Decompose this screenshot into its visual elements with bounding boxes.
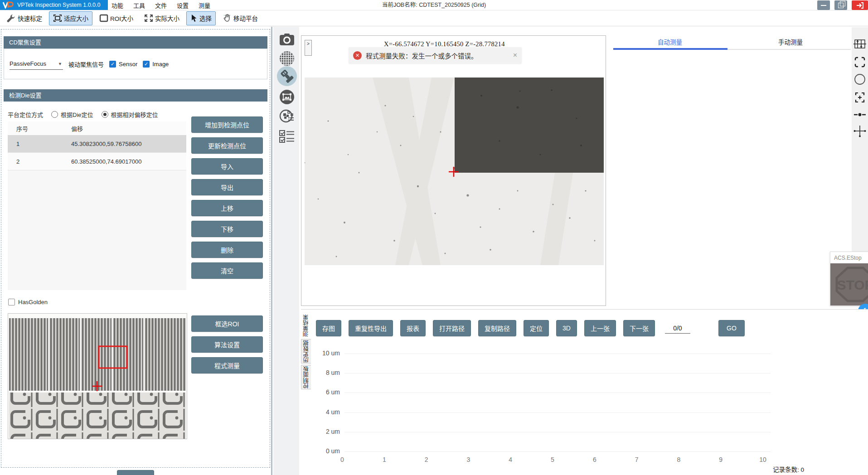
bottom-button-2[interactable]: 报表 — [400, 320, 426, 336]
roi-button-0[interactable]: 框选ROI — [191, 315, 263, 332]
x-tick-label: 7 — [628, 456, 646, 463]
bottom-button-6[interactable]: 3D — [556, 320, 577, 336]
y-tick-label: 10 um — [301, 349, 340, 357]
bottom-button-7[interactable]: 上一张 — [584, 320, 616, 336]
gridline — [344, 412, 771, 413]
radio-icon — [51, 111, 58, 118]
restore-icon — [838, 3, 844, 8]
minimize-button[interactable] — [817, 0, 830, 10]
has-golden-checkbox[interactable]: HasGolden — [8, 299, 48, 305]
roi-button-2[interactable]: 程式测量 — [191, 357, 263, 373]
checkbox-checked-icon: ✓ — [143, 61, 150, 68]
action-button-5[interactable]: 下移 — [191, 221, 263, 237]
toolbar-actual-size-button[interactable]: 实际大小 — [140, 11, 184, 25]
recipe-icon[interactable] — [277, 106, 297, 126]
image-checkbox-label: Image — [152, 61, 169, 68]
y-tick-label: 2 um — [301, 428, 340, 435]
menu-item-4[interactable]: 测量 — [199, 1, 210, 10]
focus-center-icon[interactable] — [853, 91, 867, 104]
wafer-map-icon[interactable] — [277, 48, 297, 68]
radio-offset-positioning[interactable]: 根据相对偏移定位 — [102, 110, 158, 119]
current-job-label: 当前JOB名称: CDTEST_20250925 (Grid) — [382, 0, 486, 10]
bottom-button-5[interactable]: 定位 — [524, 320, 549, 336]
result-actions-row: 存图重复性导出报表打开路径复制路径定位3D上一张下一张0/0GO — [316, 320, 745, 336]
action-button-2[interactable]: 导入 — [191, 158, 263, 174]
focus-mode-select[interactable]: PassiveFocus ▼ — [10, 58, 63, 70]
die-pattern-preview[interactable] — [8, 313, 187, 439]
move-stage-icon — [223, 14, 232, 23]
x-tick-label: 1 — [375, 456, 393, 463]
restore-button[interactable] — [834, 0, 847, 10]
crosshair-move-icon[interactable] — [853, 124, 867, 138]
bottom-button-8[interactable]: 下一张 — [623, 320, 655, 336]
left-icon-rail — [273, 27, 299, 475]
measure-caliper-icon[interactable] — [277, 66, 297, 86]
toolbar-select-button[interactable]: 选择 — [186, 11, 216, 25]
bottom-button-1[interactable]: 重复性导出 — [349, 320, 393, 336]
actual-size-icon — [144, 14, 153, 22]
checklist-icon[interactable] — [277, 126, 297, 146]
detection-points-table: 序号 偏移 145.30823000,59.76758600260.385250… — [8, 121, 186, 290]
sensor-checkbox[interactable]: ✓ Sensor — [109, 61, 137, 68]
sensor-checkbox-label: Sensor — [119, 61, 137, 68]
estop-stop-button[interactable]: STOP — [830, 263, 868, 305]
toolbar-roi-size-button[interactable]: ROI大小 — [95, 11, 137, 25]
go-button[interactable]: GO — [718, 320, 745, 336]
x-tick-label: 6 — [586, 456, 604, 463]
toolbar-fit-size-button[interactable]: 适应大小 — [49, 11, 92, 25]
exit-button[interactable] — [852, 0, 868, 10]
x-tick-label: 4 — [501, 456, 519, 463]
cell-no: 2 — [8, 158, 71, 165]
bottom-button-0[interactable]: 存图 — [316, 320, 341, 336]
page-indicator-input[interactable]: 0/0 — [665, 323, 690, 334]
circle-tool-icon[interactable] — [853, 73, 867, 86]
image-frame-icon[interactable] — [277, 87, 297, 107]
menu-item-2[interactable]: 文件 — [155, 1, 167, 10]
app-title: VPTek Inspection System 1.0.0.0 — [17, 2, 100, 8]
partial-bottom-button[interactable] — [117, 470, 154, 475]
tab-manual-measure[interactable]: 手动测量 — [730, 37, 851, 46]
camera-icon[interactable] — [277, 29, 297, 49]
action-button-3[interactable]: 导出 — [191, 179, 263, 195]
roi-brackets-icon[interactable] — [853, 55, 867, 69]
wafer-image[interactable] — [305, 78, 604, 265]
settings-panel: CD聚焦设置 PassiveFocus ▼ 被动聚焦信号 ✓ Sensor ✓ … — [1, 29, 270, 468]
y-tick-label: 6 um — [301, 388, 340, 396]
cd-focus-section: PassiveFocus ▼ 被动聚焦信号 ✓ Sensor ✓ Image — [4, 48, 267, 79]
y-tick-label: 4 um — [301, 408, 340, 416]
action-button-4[interactable]: 上移 — [191, 200, 263, 216]
gridline — [344, 373, 771, 373]
bottom-button-4[interactable]: 复制路径 — [478, 320, 516, 336]
toolbar-quick-calibration-button[interactable]: 快速标定 — [2, 11, 46, 25]
positioning-label: 平台定位方式 — [8, 110, 43, 119]
action-button-0[interactable]: 增加到检测点位 — [191, 116, 263, 133]
roi-button-1[interactable]: 算法设置 — [191, 336, 263, 353]
panel-expander-button[interactable]: > — [305, 40, 312, 56]
table-row[interactable]: 145.30823000,59.76758600 — [8, 135, 186, 153]
gridline — [344, 451, 771, 452]
line-dot-icon[interactable] — [853, 108, 867, 121]
bottom-button-3[interactable]: 打开路径 — [433, 320, 471, 336]
panel-splitter[interactable] — [271, 27, 272, 475]
table-row[interactable]: 260.38525000,74.69017000 — [8, 153, 186, 170]
menu-item-3[interactable]: 设置 — [177, 1, 189, 10]
toolbar-move-stage-button[interactable]: 移动平台 — [218, 11, 262, 25]
roi-size-icon — [99, 14, 108, 22]
action-button-7[interactable]: 清空 — [191, 262, 263, 279]
step-profile-icon[interactable] — [853, 37, 867, 51]
action-button-1[interactable]: 更新检测点位 — [191, 137, 263, 154]
menu-item-0[interactable]: 功能 — [112, 1, 123, 10]
error-icon: ✕ — [353, 51, 362, 60]
action-button-6[interactable]: 删除 — [191, 242, 263, 258]
record-count-label: 记录条数: 0 — [773, 465, 804, 474]
menu-item-1[interactable]: 工具 — [133, 1, 145, 10]
cell-no: 1 — [8, 141, 71, 147]
tab-auto-measure[interactable]: 自动测量 — [610, 37, 730, 46]
side-tab-0[interactable]: 测量结果 — [301, 313, 311, 338]
radio-die-positioning[interactable]: 根据Die定位 — [51, 110, 93, 119]
focus-mode-value: PassiveFocus — [10, 60, 46, 67]
exit-icon — [856, 2, 863, 9]
roi-actions: 框选ROI算法设置程式测量 — [191, 315, 263, 373]
toast-close-icon[interactable]: × — [513, 51, 517, 59]
image-checkbox[interactable]: ✓ Image — [143, 61, 169, 68]
